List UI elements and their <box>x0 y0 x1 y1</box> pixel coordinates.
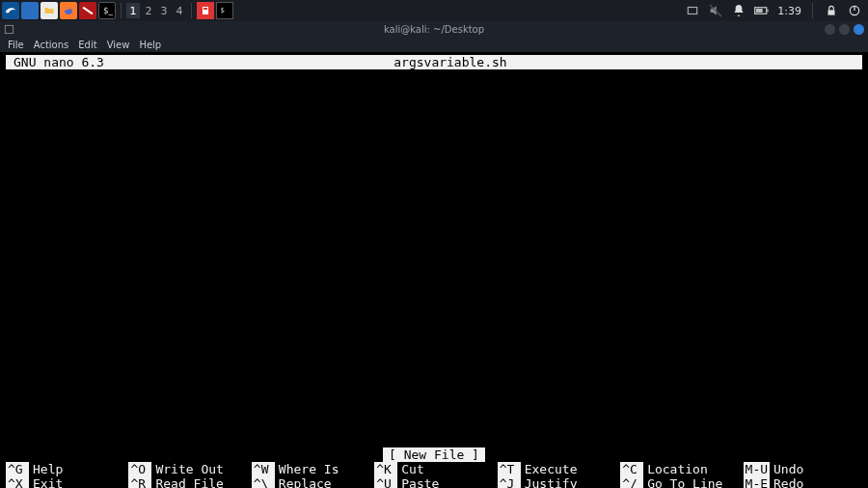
svg-rect-10 <box>5 25 13 33</box>
shortcut-key: ^J <box>498 476 521 488</box>
taskbar-separator <box>812 3 813 18</box>
shortcut-label: Redo <box>773 476 803 488</box>
shortcut-key: ^\ <box>252 476 275 488</box>
shortcut-key: ^K <box>374 462 397 476</box>
noentry-icon[interactable] <box>79 2 96 19</box>
shortcut-label: Replace <box>279 476 332 488</box>
shortcut-r2-2: ^\Replace <box>252 476 370 488</box>
menu-actions[interactable]: Actions <box>34 40 69 50</box>
svg-rect-6 <box>756 9 763 13</box>
file-manager-icon[interactable] <box>41 2 58 19</box>
shortcut-r1-4: ^TExecute <box>498 462 616 476</box>
shortcut-key: ^C <box>620 462 643 476</box>
panel-icon[interactable] <box>21 2 39 19</box>
power-icon[interactable] <box>847 3 862 18</box>
svg-rect-5 <box>768 10 769 13</box>
nano-status: [ New File ] <box>383 447 485 462</box>
shortcut-label: Execute <box>525 462 578 476</box>
shortcut-r2-5: ^/Go To Line <box>620 476 739 488</box>
shortcut-label: Paste <box>401 476 439 488</box>
shortcut-label: Go To Line <box>647 476 722 488</box>
svg-rect-2 <box>689 8 697 14</box>
taskbar-separator <box>121 3 122 18</box>
shortcut-r2-3: ^UPaste <box>374 476 493 488</box>
kali-menu-icon[interactable] <box>2 2 19 19</box>
shortcut-key: M-E <box>744 476 770 488</box>
menu-file[interactable]: File <box>8 40 24 50</box>
window-menu-icon[interactable] <box>4 24 14 35</box>
nano-filename: argsvariable.sh <box>104 55 797 69</box>
shortcut-label: Help <box>33 462 63 476</box>
shortcut-r1-2: ^WWhere Is <box>252 462 370 476</box>
nano-text-area[interactable] <box>6 74 862 447</box>
shortcut-label: Where Is <box>279 462 339 476</box>
shortcut-key: ^U <box>374 476 397 488</box>
window-titlebar[interactable]: kali@kali: ~/Desktop <box>0 21 868 37</box>
window-maximize-button[interactable] <box>839 24 850 35</box>
terminal-taskbar-icon[interactable]: $_ <box>98 2 116 19</box>
shortcut-r2-1: ^RRead File <box>128 476 247 488</box>
clock[interactable]: 1:39 <box>777 5 801 17</box>
shortcut-key: ^W <box>252 462 275 476</box>
taskbar-separator <box>191 3 192 18</box>
svg-rect-7 <box>828 10 835 14</box>
shortcut-key: ^/ <box>620 476 643 488</box>
sound-muted-icon[interactable] <box>708 3 723 18</box>
shortcut-r2-6: M-ERedo <box>744 476 862 488</box>
shortcut-label: Location <box>647 462 708 476</box>
os-taskbar: $_ 1 2 3 4 $ 1:39 <box>0 0 868 21</box>
battery-icon[interactable] <box>754 3 770 18</box>
shortcut-r1-1: ^OWrite Out <box>128 462 247 476</box>
menu-help[interactable]: Help <box>139 40 161 50</box>
notifications-icon[interactable] <box>731 3 746 18</box>
nano-shortcuts: ^GHelp^OWrite Out^WWhere Is^KCut^TExecut… <box>6 462 862 488</box>
nano-header: GNU nano 6.3 argsvariable.sh <box>6 55 862 69</box>
firefox-icon[interactable] <box>60 2 77 19</box>
shortcut-key: ^O <box>128 462 151 476</box>
shortcut-label: Undo <box>773 462 803 476</box>
nano-app-name: GNU nano 6.3 <box>14 55 104 69</box>
shortcut-r2-0: ^XExit <box>6 476 124 488</box>
running-terminal-icon[interactable]: $ <box>216 2 233 19</box>
shortcut-label: Justify <box>525 476 578 488</box>
workspace-1[interactable]: 1 <box>126 3 140 18</box>
window-minimize-button[interactable] <box>825 24 835 35</box>
shortcut-label: Exit <box>33 476 63 488</box>
shortcut-label: Write Out <box>155 462 223 476</box>
shortcut-label: Cut <box>401 462 423 476</box>
nano-editor[interactable]: GNU nano 6.3 argsvariable.sh [ New File … <box>0 55 868 488</box>
tray-box-icon[interactable] <box>685 3 700 18</box>
svg-text:$: $ <box>221 7 225 14</box>
workspace-2[interactable]: 2 <box>142 3 155 18</box>
workspace-4[interactable]: 4 <box>173 3 186 18</box>
shortcut-r1-3: ^KCut <box>374 462 493 476</box>
shortcut-label: Read File <box>155 476 223 488</box>
shortcut-key: M-U <box>744 462 770 476</box>
running-app-1-icon[interactable] <box>197 2 214 19</box>
taskbar-left: $_ 1 2 3 4 $ <box>0 2 233 19</box>
shortcut-key: ^G <box>6 462 29 476</box>
terminal-menubar: File Actions Edit View Help <box>0 37 868 52</box>
taskbar-right: 1:39 <box>685 3 868 18</box>
shortcut-key: ^X <box>6 476 29 488</box>
menu-view[interactable]: View <box>107 40 130 50</box>
lock-icon[interactable] <box>824 3 839 18</box>
shortcut-r2-4: ^JJustify <box>498 476 616 488</box>
shortcut-key: ^R <box>128 476 151 488</box>
shortcut-r1-6: M-UUndo <box>744 462 862 476</box>
shortcut-r1-5: ^CLocation <box>620 462 739 476</box>
workspace-3[interactable]: 3 <box>157 3 171 18</box>
window-close-button[interactable] <box>854 24 864 35</box>
menu-edit[interactable]: Edit <box>78 40 96 50</box>
shortcut-key: ^T <box>498 462 521 476</box>
window-title: kali@kali: ~/Desktop <box>0 24 868 35</box>
shortcut-r1-0: ^GHelp <box>6 462 124 476</box>
